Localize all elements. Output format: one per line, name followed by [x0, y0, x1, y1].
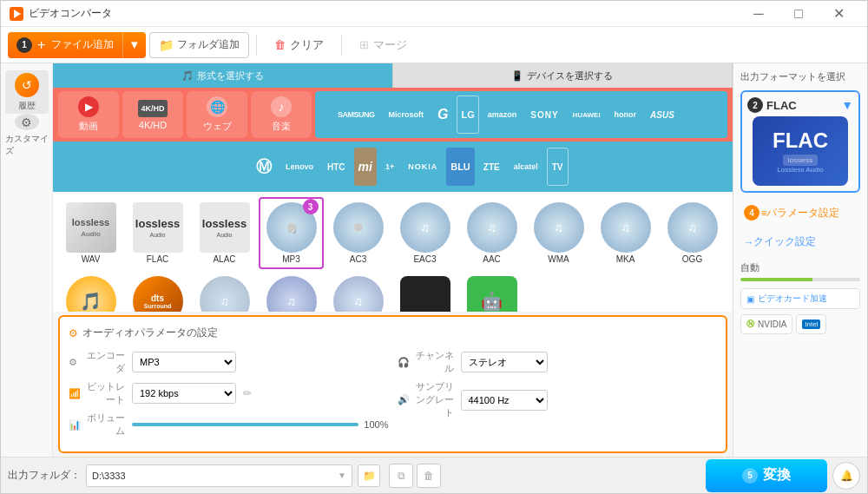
maximize-button[interactable]: □ — [779, 1, 819, 27]
bitrate-select[interactable]: 192 kbps — [132, 383, 236, 404]
format-item-wma[interactable]: ♫ WMA — [526, 197, 591, 269]
category-music[interactable]: ♪ 音楽 — [251, 91, 312, 138]
device-amazon[interactable]: amazon — [483, 96, 523, 134]
format-label-ogg: OGG — [682, 254, 702, 264]
samplerate-select[interactable]: 44100 Hz — [461, 390, 548, 411]
clear-button[interactable]: 🗑 クリア — [264, 32, 334, 58]
format-label-alac: ALAC — [213, 254, 235, 264]
device-lenovo[interactable]: Lenovo — [280, 148, 319, 186]
format-label-aac: AAC — [483, 254, 501, 264]
encoder-select[interactable]: MP3 — [132, 352, 236, 372]
bitrate-edit-icon[interactable]: ✏ — [243, 387, 252, 399]
minimize-button[interactable]: ─ — [739, 1, 779, 27]
nvidia-button[interactable]: Ⓝ NVIDIA — [740, 314, 792, 334]
format-item-m4a[interactable]: ♫ M4A — [259, 271, 324, 312]
num5-badge: 5 — [742, 468, 758, 484]
format-item-eac3[interactable]: ♫ EAC3 — [392, 197, 457, 269]
device-honor[interactable]: honor — [609, 96, 642, 134]
flac-big-label: FLAC — [773, 128, 828, 153]
settings-icon: ⚙ — [15, 114, 39, 130]
format-dropdown-icon[interactable]: ▼ — [841, 98, 853, 112]
device-zte[interactable]: ZTE — [478, 148, 505, 186]
format-item-m4b[interactable]: ♫ M4B — [326, 271, 391, 312]
add-file-button[interactable]: 1 + ファイル追加 — [8, 32, 122, 58]
convert-button[interactable]: 5 変換 — [706, 459, 827, 492]
volume-pct: 100% — [364, 419, 388, 430]
category-web[interactable]: 🌐 ウェブ — [187, 91, 247, 138]
format-item-ac3[interactable]: ♫ AC3 — [326, 197, 391, 269]
num2-badge: 2 — [747, 97, 763, 113]
close-button[interactable]: ✕ — [819, 1, 858, 27]
dts-icon: dts Surround — [133, 276, 183, 312]
format-item-mp3[interactable]: ♫ 3 MP3 — [259, 197, 324, 269]
format-item-mka[interactable]: ♫ MKA — [593, 197, 658, 269]
device-oneplus[interactable]: 1+ — [380, 148, 399, 186]
param-box: ⚙ オーディオパラメータの設定 ⚙ エンコーダ MP3 — [58, 315, 727, 453]
device-nokia[interactable]: NOKIA — [403, 148, 443, 186]
format-item-aac[interactable]: ♫ AAC — [459, 197, 524, 269]
device-tv[interactable]: TV — [547, 148, 569, 186]
device-samsung[interactable]: SAMSUNG — [332, 96, 380, 134]
category-4k-label: 4K/HD — [139, 120, 167, 130]
format-tab-label: 形式を選択する — [197, 69, 264, 82]
bottom-bar: 出力フォルダ： D:\3333 ▼ 📁 ⧉ 🗑 5 変換 🔔 — [1, 457, 867, 493]
category-row: ▶ 動画 4K/HD 4K/HD 🌐 ウェブ ♪ 音楽 — [53, 88, 733, 142]
mka-icon: ♫ — [601, 202, 651, 253]
tab-format[interactable]: 🎵 形式を選択する — [53, 63, 393, 88]
right-panel: 出力フォーマットを選択 2 FLAC ▼ FLAC lossless Lossl… — [733, 63, 867, 457]
format-device-tabs: 🎵 形式を選択する 📱 デバイスを選択する — [53, 63, 733, 88]
tab-device[interactable]: 📱 デバイスを選択する — [393, 63, 733, 88]
delete-button[interactable]: 🗑 — [417, 464, 441, 488]
device-blu[interactable]: BLU — [446, 148, 475, 186]
gpu-acceleration-button[interactable]: ▣ ビデオカード加速 — [740, 288, 860, 309]
format-item-au[interactable]: 🎵 AU — [58, 271, 123, 312]
format-item-ringtone-apple[interactable]: Ringtone — [392, 271, 457, 312]
gpu-label: ビデオカード加速 — [758, 293, 827, 305]
intel-button[interactable]: Intel — [796, 314, 826, 334]
toolbar-separator-2 — [341, 35, 342, 56]
merge-button[interactable]: ⊞ マージ — [349, 32, 418, 58]
auto-label: 自動 — [740, 261, 860, 274]
app-icon — [10, 7, 23, 21]
param-title: ⚙ オーディオパラメータの設定 — [69, 326, 717, 340]
ringtone-android-icon: 🤖 — [467, 276, 517, 312]
add-file-dropdown-button[interactable]: ▼ — [122, 32, 145, 58]
sidebar-item-settings[interactable]: ⚙ カスタマイズ — [5, 114, 49, 157]
device-alcatel[interactable]: alcatel — [509, 148, 543, 186]
device-sony[interactable]: SONY — [525, 96, 563, 134]
alarm-button[interactable]: 🔔 — [832, 462, 860, 490]
device-lg[interactable]: LG — [457, 96, 478, 134]
format-big-icon: FLAC lossless Lossless Audio — [753, 116, 848, 186]
format-item-wav[interactable]: lossless Audio WAV — [58, 197, 123, 269]
device-htc[interactable]: HTC — [322, 148, 351, 186]
m4a-icon: ♫ — [266, 276, 317, 312]
path-dropdown-icon[interactable]: ▼ — [338, 471, 346, 480]
output-folder-browse-button[interactable]: 📁 — [358, 464, 380, 487]
quick-setting-button[interactable]: → クイック設定 — [740, 229, 860, 254]
category-4k[interactable]: 4K/HD 4K/HD — [122, 91, 183, 138]
device-huawei[interactable]: HUAWEI — [568, 96, 606, 134]
format-item-alac[interactable]: lossless Audio ALAC — [192, 197, 257, 269]
volume-slider[interactable] — [132, 423, 358, 426]
device-mi[interactable]: mi — [354, 148, 377, 186]
format-item-aiff[interactable]: ♫ AIFF — [192, 271, 257, 312]
device-motorola[interactable]: Ⓜ — [251, 148, 277, 186]
auto-quality-slider[interactable] — [740, 278, 860, 281]
toolbar-separator-1 — [256, 35, 257, 56]
add-folder-button[interactable]: 📁 フォルダ追加 — [149, 32, 249, 58]
device-microsoft[interactable]: Microsoft — [384, 96, 430, 134]
sidebar-item-history[interactable]: ↺ 履歴 — [5, 70, 49, 114]
window-title: ビデオコンバータ — [29, 6, 739, 21]
device-asus[interactable]: ASUS — [645, 96, 680, 134]
quick-setting-label: クイック設定 — [753, 234, 816, 249]
device-google[interactable]: G — [432, 96, 453, 134]
category-video[interactable]: ▶ 動画 — [58, 91, 119, 138]
format-item-ogg[interactable]: ♫ OGG — [660, 197, 725, 269]
channel-select[interactable]: ステレオ — [461, 352, 548, 372]
format-item-dts[interactable]: dts Surround DTS — [125, 271, 190, 312]
copy-button[interactable]: ⧉ — [389, 464, 413, 488]
format-item-ringtone-android[interactable]: 🤖 Ringtone — [459, 271, 524, 312]
device-apple[interactable] — [319, 96, 329, 134]
param-setting-button[interactable]: 4 ≡ パラメータ設定 — [740, 200, 860, 226]
format-item-flac[interactable]: lossless Audio FLAC — [125, 197, 190, 269]
